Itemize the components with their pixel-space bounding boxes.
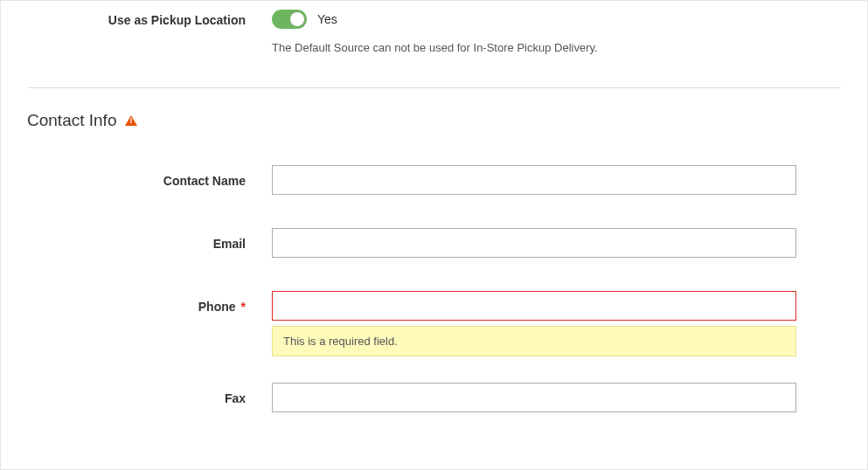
form-container: Use as Pickup Location Yes The Default S…: [1, 1, 867, 412]
contact-info-header: Contact Info: [1, 111, 867, 165]
email-input[interactable]: [272, 228, 796, 258]
phone-label-col: Phone*: [1, 291, 272, 314]
pickup-toggle-state: Yes: [317, 12, 337, 26]
contact-name-input[interactable]: [272, 165, 796, 195]
pickup-help-text: The Default Source can not be used for I…: [272, 41, 796, 54]
contact-info-title: Contact Info: [27, 111, 116, 130]
email-row: Email: [1, 228, 867, 258]
required-asterisk: *: [241, 300, 246, 314]
contact-name-field-col: [272, 165, 796, 195]
phone-error-message: This is a required field.: [272, 326, 796, 356]
phone-label: Phone: [198, 300, 236, 314]
pickup-location-label: Use as Pickup Location: [1, 10, 272, 27]
fax-input[interactable]: [272, 383, 796, 412]
pickup-location-row: Use as Pickup Location Yes The Default S…: [1, 10, 867, 54]
contact-name-row: Contact Name: [1, 165, 867, 195]
pickup-toggle[interactable]: [272, 10, 307, 29]
pickup-location-field: Yes The Default Source can not be used f…: [272, 10, 796, 54]
phone-row: Phone* This is a required field.: [1, 291, 867, 356]
fax-field-col: [272, 383, 796, 412]
phone-field-col: This is a required field.: [272, 291, 796, 356]
fax-label: Fax: [1, 383, 272, 405]
phone-input[interactable]: [272, 291, 796, 321]
email-label: Email: [1, 228, 272, 251]
section-divider: [27, 87, 841, 88]
pickup-toggle-wrapper: Yes: [272, 10, 796, 29]
warning-icon: [125, 115, 137, 126]
email-field-col: [272, 228, 796, 258]
contact-name-label: Contact Name: [1, 165, 272, 188]
pickup-toggle-knob: [289, 11, 305, 27]
fax-row: Fax: [1, 383, 867, 412]
